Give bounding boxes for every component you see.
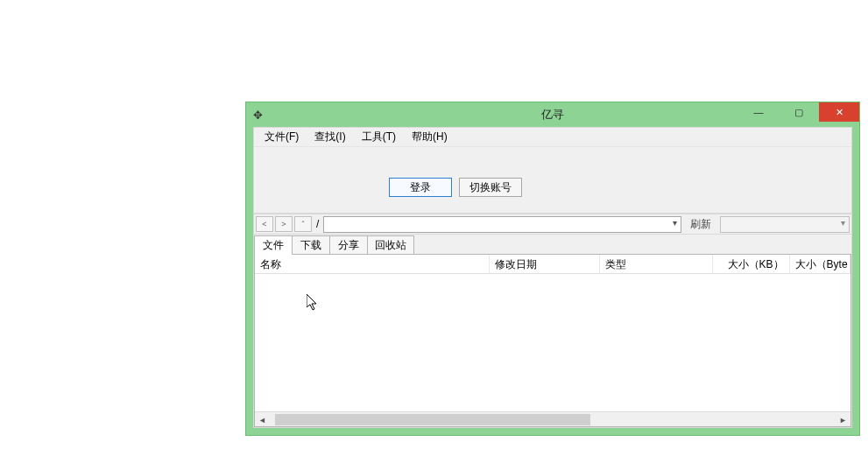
menu-help[interactable]: 帮助(H) (405, 128, 455, 146)
col-name[interactable]: 名称 (255, 255, 490, 273)
tab-downloads[interactable]: 下载 (292, 235, 330, 255)
toolbar: 登录 切换账号 (254, 147, 851, 214)
close-button[interactable]: ✕ (819, 102, 859, 122)
path-root-label: / (314, 218, 321, 230)
tab-recycle[interactable]: 回收站 (367, 235, 414, 255)
switch-account-button[interactable]: 切换账号 (459, 178, 522, 197)
col-modified[interactable]: 修改日期 (490, 255, 601, 273)
minimize-button[interactable]: — (738, 102, 779, 122)
maximize-button[interactable]: ▢ (779, 102, 819, 122)
search-combobox[interactable] (720, 216, 850, 233)
menu-tools[interactable]: 工具(T) (355, 128, 403, 146)
scroll-right-arrow[interactable]: ► (836, 412, 850, 427)
nav-up-button[interactable]: ˆ (294, 216, 312, 232)
scroll-thumb[interactable] (275, 414, 590, 425)
col-size-bytes[interactable]: 大小（Byte） (790, 255, 850, 273)
tab-files[interactable]: 文件 (254, 235, 293, 255)
nav-back-button[interactable]: < (256, 216, 273, 232)
tab-share[interactable]: 分享 (329, 235, 368, 255)
menu-find[interactable]: 查找(I) (307, 128, 352, 146)
horizontal-scrollbar[interactable]: ◄ ► (255, 411, 850, 426)
nav-bar: < > ˆ / 刷新 (254, 214, 851, 235)
refresh-button[interactable]: 刷新 (683, 217, 718, 232)
col-type[interactable]: 类型 (600, 255, 713, 273)
tab-bar: 文件 下载 分享 回收站 (254, 235, 851, 254)
grid-body[interactable] (255, 274, 850, 411)
col-size-kb[interactable]: 大小（KB） (713, 255, 789, 273)
client-area: 文件(F) 查找(I) 工具(T) 帮助(H) 登录 切换账号 < > ˆ / … (253, 127, 852, 428)
window-controls: — ▢ ✕ (738, 102, 859, 122)
menu-bar: 文件(F) 查找(I) 工具(T) 帮助(H) (254, 128, 851, 147)
column-headers: 名称 修改日期 类型 大小（KB） 大小（Byte） (255, 255, 850, 274)
login-button[interactable]: 登录 (389, 178, 452, 197)
path-combobox[interactable] (323, 216, 681, 233)
title-bar[interactable]: ✥ 亿寻 — ▢ ✕ (246, 102, 859, 127)
app-window: ✥ 亿寻 — ▢ ✕ 文件(F) 查找(I) 工具(T) 帮助(H) 登录 切换… (245, 102, 860, 436)
menu-file[interactable]: 文件(F) (258, 128, 306, 146)
file-grid: 名称 修改日期 类型 大小（KB） 大小（Byte） ◄ ► (254, 254, 851, 427)
scroll-left-arrow[interactable]: ◄ (255, 412, 270, 427)
nav-forward-button[interactable]: > (275, 216, 293, 232)
